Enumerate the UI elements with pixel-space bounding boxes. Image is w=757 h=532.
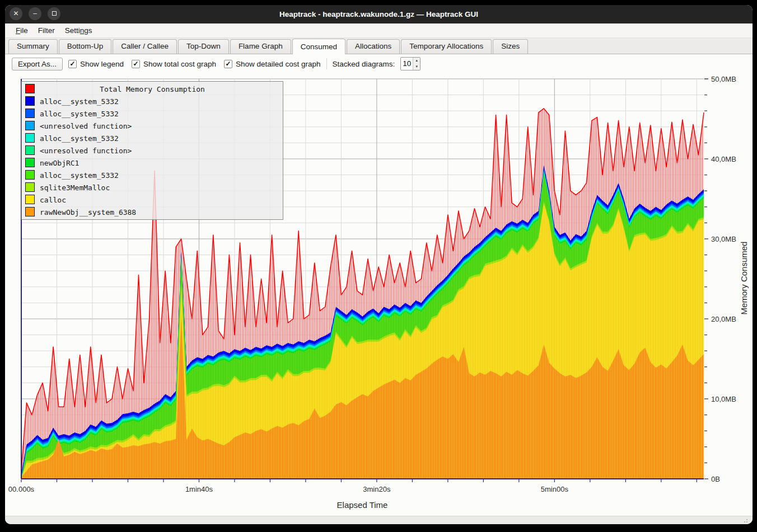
menu-item-settings[interactable]: Settings bbox=[60, 25, 97, 36]
legend-item: <unresolved function> bbox=[22, 120, 283, 132]
tab-bottom-up[interactable]: Bottom-Up bbox=[59, 39, 112, 54]
legend-label: alloc__system_5332 bbox=[40, 134, 119, 143]
legend-label: calloc bbox=[40, 196, 66, 204]
legend-label: alloc__system_5332 bbox=[40, 171, 119, 180]
svg-text:3min20s: 3min20s bbox=[363, 485, 391, 493]
checkbox-group: ✓Show legend✓Show total cost graph✓Show … bbox=[68, 60, 321, 68]
stacked-diagrams-spinbox[interactable]: 10 ▲ ▼ bbox=[400, 57, 420, 70]
svg-text:50,0MB: 50,0MB bbox=[711, 75, 736, 83]
legend-item: calloc bbox=[22, 194, 283, 206]
legend-item: <unresolved function> bbox=[22, 144, 283, 157]
close-button[interactable]: ✕ bbox=[10, 7, 22, 20]
tab-sizes[interactable]: Sizes bbox=[493, 39, 528, 54]
legend-label: Total Memory Consumption bbox=[22, 85, 283, 93]
checkbox-show-legend[interactable]: ✓Show legend bbox=[68, 60, 124, 68]
application-window: ✕ – Heaptrack - heaptrack.wakunode.1.gz … bbox=[5, 5, 753, 524]
svg-text:0B: 0B bbox=[711, 475, 720, 483]
legend-swatch-icon bbox=[25, 109, 35, 118]
chart-legend: Total Memory Consumptionalloc__system_53… bbox=[21, 81, 283, 220]
maximize-button[interactable] bbox=[48, 7, 60, 20]
tab-consumed[interactable]: Consumed bbox=[292, 39, 345, 54]
tab-bar: SummaryBottom-UpCaller / CalleeTop-DownF… bbox=[5, 38, 753, 54]
checkbox-show-total-cost-graph[interactable]: ✓Show total cost graph bbox=[132, 60, 216, 68]
legend-swatch-icon bbox=[25, 195, 35, 204]
checkbox-label: Show legend bbox=[80, 60, 124, 68]
legend-swatch-icon bbox=[25, 182, 35, 192]
checkbox-show-detailed-cost-graph[interactable]: ✓Show detailed cost graph bbox=[224, 60, 321, 68]
legend-swatch-icon bbox=[25, 133, 35, 143]
legend-swatch-icon bbox=[25, 170, 35, 180]
resize-grip-icon[interactable] bbox=[744, 519, 749, 523]
legend-item: alloc__system_5332 bbox=[22, 95, 283, 107]
svg-text:10,0MB: 10,0MB bbox=[711, 395, 736, 403]
legend-label: alloc__system_5332 bbox=[40, 110, 119, 118]
spin-buttons: ▲ ▼ bbox=[413, 58, 420, 70]
tab-top-down[interactable]: Top-Down bbox=[178, 39, 229, 54]
legend-label: <unresolved function> bbox=[40, 122, 132, 130]
tab-flame-graph[interactable]: Flame Graph bbox=[230, 39, 291, 54]
legend-swatch-icon bbox=[25, 84, 35, 93]
export-as-button[interactable]: Export As... bbox=[12, 58, 63, 70]
svg-text:40,0MB: 40,0MB bbox=[711, 155, 736, 163]
spin-up-icon[interactable]: ▲ bbox=[413, 58, 420, 64]
legend-item: newObjRC1 bbox=[22, 157, 283, 169]
svg-text:Memory Consumed: Memory Consumed bbox=[739, 242, 749, 315]
chart-area: 00.000s1min40s3min20s5min00s0B10,0MB20,0… bbox=[5, 73, 753, 516]
status-strip bbox=[5, 516, 753, 524]
legend-label: alloc__system_5332 bbox=[40, 97, 119, 106]
window-title: Heaptrack - heaptrack.wakunode.1.gz — He… bbox=[279, 10, 478, 18]
legend-item: alloc__system_5332 bbox=[22, 107, 283, 120]
legend-title-row: Total Memory Consumption bbox=[22, 83, 283, 95]
title-bar: ✕ – Heaptrack - heaptrack.wakunode.1.gz … bbox=[5, 5, 753, 23]
tab-allocations[interactable]: Allocations bbox=[347, 39, 400, 54]
tab-caller-callee[interactable]: Caller / Callee bbox=[113, 39, 177, 54]
legend-label: sqlite3MemMalloc bbox=[40, 183, 110, 192]
toolbar-separator bbox=[326, 58, 327, 69]
tab-summary[interactable]: Summary bbox=[8, 39, 58, 54]
checkbox-label: Show detailed cost graph bbox=[236, 60, 321, 68]
legend-swatch-icon bbox=[25, 207, 35, 216]
legend-swatch-icon bbox=[25, 145, 35, 155]
legend-item: alloc__system_5332 bbox=[22, 169, 283, 181]
checkbox-icon[interactable]: ✓ bbox=[132, 60, 140, 68]
svg-text:5min00s: 5min00s bbox=[541, 485, 569, 493]
stacked-diagrams-label: Stacked diagrams: bbox=[333, 60, 395, 68]
legend-item: sqlite3MemMalloc bbox=[22, 181, 283, 194]
stacked-diagrams-value: 10 bbox=[401, 58, 413, 70]
menu-bar: FileFilterSettings bbox=[5, 23, 753, 38]
checkbox-icon[interactable]: ✓ bbox=[68, 60, 77, 68]
svg-text:30,0MB: 30,0MB bbox=[711, 235, 736, 243]
toolbar: Export As... ✓Show legend✓Show total cos… bbox=[5, 54, 753, 73]
minimize-button[interactable]: – bbox=[29, 7, 41, 20]
menu-item-file[interactable]: File bbox=[11, 25, 33, 36]
legend-label: <unresolved function> bbox=[40, 147, 132, 155]
checkbox-label: Show total cost graph bbox=[143, 60, 216, 68]
legend-item: alloc__system_5332 bbox=[22, 132, 283, 144]
legend-swatch-icon bbox=[25, 158, 35, 167]
svg-text:Elapsed Time: Elapsed Time bbox=[337, 500, 388, 510]
maximize-icon bbox=[52, 11, 57, 16]
legend-swatch-icon bbox=[25, 96, 35, 106]
tab-temporary-allocations[interactable]: Temporary Allocations bbox=[401, 39, 492, 54]
menu-item-filter[interactable]: Filter bbox=[33, 25, 60, 36]
checkbox-icon[interactable]: ✓ bbox=[224, 60, 232, 68]
spin-down-icon[interactable]: ▼ bbox=[413, 64, 420, 70]
legend-swatch-icon bbox=[25, 121, 35, 130]
svg-text:00.000s: 00.000s bbox=[8, 485, 35, 493]
svg-text:1min40s: 1min40s bbox=[185, 485, 213, 493]
legend-label: newObjRC1 bbox=[40, 159, 79, 167]
svg-text:20,0MB: 20,0MB bbox=[711, 315, 736, 323]
window-controls: ✕ – bbox=[10, 7, 60, 20]
legend-label: rawNewObj__system_6388 bbox=[40, 208, 136, 216]
legend-item: rawNewObj__system_6388 bbox=[22, 206, 283, 218]
